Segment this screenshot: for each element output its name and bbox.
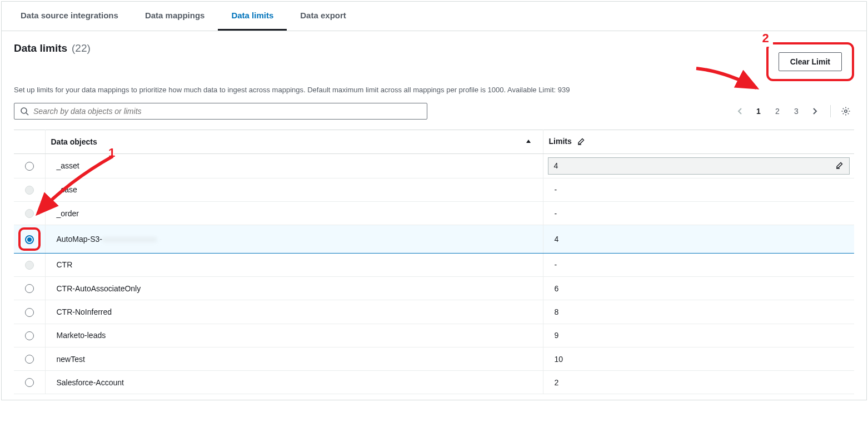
sort-asc-icon xyxy=(525,137,532,146)
callout-1-box xyxy=(18,227,41,250)
limit-value: 10 xyxy=(543,347,854,370)
row-name: CTR-AutoAssociateOnly xyxy=(45,276,543,300)
page-prev[interactable] xyxy=(731,103,748,120)
page-3[interactable]: 3 xyxy=(788,103,805,120)
limit-value: 8 xyxy=(543,300,854,324)
table-row: newTest 10 xyxy=(14,347,854,370)
data-limits-table: Data objects Limits xyxy=(14,130,854,394)
chevron-left-icon xyxy=(737,107,742,115)
search-box[interactable] xyxy=(14,103,427,120)
separator xyxy=(830,105,831,117)
col-limits-label: Limits xyxy=(549,137,572,146)
tab-data-source-integrations[interactable]: Data source integrations xyxy=(7,2,132,31)
row-radio xyxy=(25,186,34,195)
limit-value: 9 xyxy=(543,324,854,347)
callout-2-box: 2 Clear Limit xyxy=(766,42,854,81)
row-name: Marketo-leads xyxy=(45,324,543,347)
callout-label-2: 2 xyxy=(759,32,773,47)
table-row: _case - xyxy=(14,178,854,201)
row-radio[interactable] xyxy=(25,378,34,387)
page-title: Data limits xyxy=(14,42,67,54)
limit-value: 6 xyxy=(543,276,854,300)
table-header-row: Data objects Limits xyxy=(14,130,854,154)
limit-value: - xyxy=(543,178,854,201)
col-limits[interactable]: Limits xyxy=(543,130,854,154)
search-input[interactable] xyxy=(33,107,421,116)
row-name: _case xyxy=(45,178,543,201)
row-name: CTR-NoInferred xyxy=(45,300,543,324)
tabs: Data source integrations Data mappings D… xyxy=(2,2,866,31)
item-count: (22) xyxy=(72,42,91,54)
header-row: Data limits (22) 2 Clear Limit xyxy=(14,42,854,81)
table-row: CTR - xyxy=(14,253,854,276)
table-row: _order - xyxy=(14,202,854,225)
table-row: CTR-NoInferred 8 xyxy=(14,300,854,324)
edit-icon xyxy=(577,138,585,147)
row-name: _order xyxy=(45,202,543,225)
page-next[interactable] xyxy=(807,103,824,120)
page-2[interactable]: 2 xyxy=(769,103,786,120)
toolbar-row: 1 2 3 xyxy=(14,103,854,120)
row-name: newTest xyxy=(45,347,543,370)
limit-edit-cell[interactable]: 4 xyxy=(548,157,850,175)
row-radio[interactable] xyxy=(25,284,34,293)
limit-value: - xyxy=(543,202,854,225)
page-container: Data source integrations Data mappings D… xyxy=(1,1,867,400)
row-radio[interactable] xyxy=(25,331,34,340)
row-name: AutoMap-S3-xxxxxxxxxxxxxx xyxy=(45,225,543,253)
svg-point-2 xyxy=(845,110,847,112)
table-row: AutoMap-S3-xxxxxxxxxxxxxx 4 xyxy=(14,225,854,253)
svg-point-0 xyxy=(21,108,27,113)
tab-data-export[interactable]: Data export xyxy=(287,2,360,31)
col-data-objects[interactable]: Data objects xyxy=(45,130,543,154)
content: Data limits (22) 2 Clear Limit Set up li… xyxy=(2,31,866,400)
row-radio[interactable] xyxy=(25,235,34,244)
row-radio xyxy=(25,261,34,270)
table-row: Salesforce-Account 2 xyxy=(14,371,854,394)
settings-button[interactable] xyxy=(837,103,854,120)
row-name: _asset xyxy=(45,153,543,178)
col-select xyxy=(14,130,45,154)
limit-value: 4 xyxy=(554,161,558,170)
title-area: Data limits (22) xyxy=(14,42,91,54)
gear-icon xyxy=(841,106,851,116)
tab-data-mappings[interactable]: Data mappings xyxy=(132,2,218,31)
svg-line-1 xyxy=(26,113,28,115)
chevron-right-icon xyxy=(812,107,818,115)
row-radio[interactable] xyxy=(25,162,34,171)
col-data-objects-label: Data objects xyxy=(51,137,97,146)
pencil-icon[interactable] xyxy=(836,161,844,171)
arrow-2-icon xyxy=(691,66,763,99)
table-row: Marketo-leads 9 xyxy=(14,324,854,347)
page-1[interactable]: 1 xyxy=(750,103,767,120)
tab-data-limits[interactable]: Data limits xyxy=(218,2,287,31)
row-radio xyxy=(25,209,34,218)
row-radio[interactable] xyxy=(25,308,34,317)
table-row: CTR-AutoAssociateOnly 6 xyxy=(14,276,854,300)
table-row: _asset 4 xyxy=(14,153,854,178)
row-name: Salesforce-Account xyxy=(45,371,543,394)
clear-limit-button[interactable]: Clear Limit xyxy=(779,52,842,71)
limit-value: - xyxy=(543,253,854,276)
row-name: CTR xyxy=(45,253,543,276)
limit-value: 4 xyxy=(543,225,854,253)
search-icon xyxy=(20,107,29,116)
page-subtitle: Set up limits for your data mappings to … xyxy=(14,86,854,94)
limit-value: 2 xyxy=(543,371,854,394)
row-radio[interactable] xyxy=(25,355,34,364)
pagination: 1 2 3 xyxy=(731,103,854,120)
